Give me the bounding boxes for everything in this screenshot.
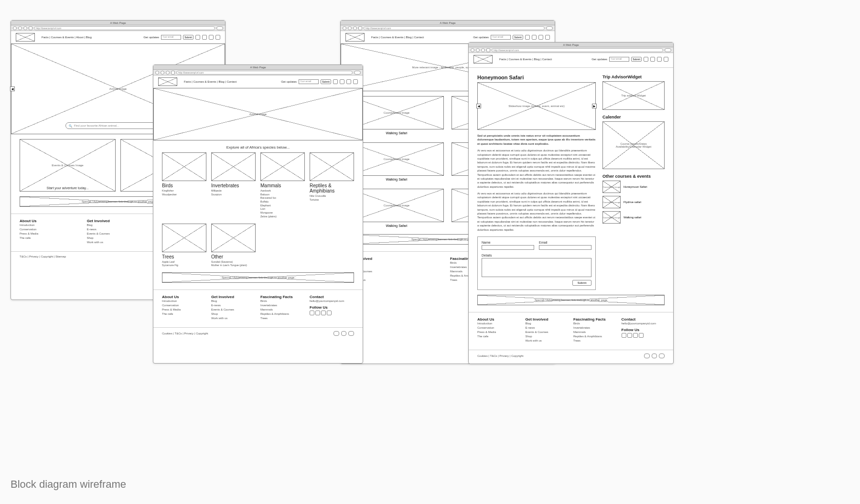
legal-links[interactable]: Cookies | T&Cs | Privacy | Copyright	[477, 354, 524, 357]
nav-back-icon[interactable]	[471, 48, 474, 52]
social-icon[interactable]	[215, 35, 220, 40]
footer-link[interactable]: Conservation	[20, 227, 82, 232]
url-field[interactable]: http://basecamp/url.com	[364, 26, 545, 30]
footer-link[interactable]: Events & Courses	[87, 232, 150, 236]
logo-placeholder[interactable]	[473, 55, 493, 64]
slideshow[interactable]: ◄ ► Slideshow image (course, event, anim…	[477, 82, 596, 130]
nav-fwd-icon[interactable]	[348, 26, 352, 30]
social-icon[interactable]	[525, 35, 530, 40]
footer-link[interactable]: Introduction	[477, 322, 521, 326]
logo-placeholder[interactable]	[345, 33, 365, 42]
reload-icon[interactable]	[29, 26, 32, 30]
footer-link[interactable]: Trees	[573, 339, 617, 343]
nav-fwd-icon[interactable]	[476, 48, 480, 52]
social-icon[interactable]	[538, 35, 543, 40]
logo-placeholder[interactable]	[16, 33, 35, 42]
social-icon[interactable]	[327, 311, 332, 315]
footer-link[interactable]: hello@yourcompanyid.com	[622, 322, 665, 326]
footer-link[interactable]: Mammals	[573, 330, 617, 334]
footer-link[interactable]: E-news	[211, 303, 256, 308]
footer-link[interactable]: The cafe	[477, 334, 521, 339]
social-icon[interactable]	[657, 57, 662, 62]
email-input[interactable]: Your email	[491, 35, 511, 40]
social-icon[interactable]	[315, 311, 320, 315]
social-icon[interactable]	[340, 79, 344, 84]
main-nav[interactable]: Facts | Courses & Events | Blog | Contac…	[184, 80, 236, 83]
submit-button[interactable]: Submit	[513, 35, 523, 40]
footer-link[interactable]: Shop	[526, 334, 569, 339]
legal-links[interactable]: Cookies | T&Cs | Privacy | Copyright	[162, 332, 208, 335]
social-icon[interactable]	[202, 35, 207, 40]
footer-link[interactable]: Conservation	[162, 303, 206, 308]
social-icon[interactable]	[545, 35, 550, 40]
social-icon[interactable]	[209, 35, 214, 40]
social-icon[interactable]	[633, 333, 638, 338]
footer-pill[interactable]	[644, 354, 650, 358]
footer-pill[interactable]	[659, 354, 665, 358]
footer-link[interactable]: Events & Courses	[349, 269, 445, 274]
social-icon[interactable]	[310, 311, 314, 315]
footer-link[interactable]: Shop	[349, 274, 445, 278]
prev-arrow-icon[interactable]: ◄	[476, 104, 481, 108]
footer-link[interactable]: Invertebrates	[260, 303, 305, 308]
course-card[interactable]: Course/Event image Walking Safari	[349, 142, 444, 183]
legal-links[interactable]: T&Cs | Privacy | Copyright | Sitemap	[20, 255, 66, 258]
footer-link[interactable]: Events & Courses	[211, 308, 256, 312]
footer-link[interactable]: Shop	[87, 236, 150, 240]
footer-link[interactable]: Conservation	[477, 326, 521, 330]
reload-icon[interactable]	[358, 26, 362, 30]
course-card[interactable]: Course/Event image Walking Safari	[349, 189, 444, 229]
footer-link[interactable]: Trees	[260, 316, 305, 321]
search-pill-icon[interactable]	[665, 48, 671, 52]
footer-link[interactable]: The cafe	[20, 236, 82, 240]
footer-link[interactable]: hello@yourcompanyid.com	[310, 299, 354, 303]
footer-pill[interactable]	[652, 354, 657, 358]
social-icon[interactable]	[639, 333, 644, 338]
footer-link[interactable]: Work with us	[87, 240, 150, 245]
related-item[interactable]: Course/Event image Honeymoon Safari	[602, 181, 665, 193]
textarea-details[interactable]	[482, 258, 591, 277]
footer-link[interactable]: Work with us	[526, 339, 569, 343]
prev-arrow-icon[interactable]: ◄	[10, 86, 15, 91]
footer-link[interactable]: Mammals	[260, 308, 305, 312]
footer-link[interactable]: Press & Media	[162, 308, 206, 312]
related-item[interactable]: Course/Event image Walking safari	[602, 211, 665, 224]
social-icon[interactable]	[353, 79, 358, 84]
reload-icon[interactable]	[171, 71, 175, 75]
nav-fwd-icon[interactable]	[18, 26, 22, 30]
footer-link[interactable]: The cafe	[162, 312, 206, 316]
related-item[interactable]: Course/Event image Flydrive safari	[602, 196, 665, 208]
nav-fwd-icon[interactable]	[161, 71, 164, 75]
footer-pill[interactable]	[348, 331, 354, 336]
footer-link[interactable]: Invertebrates	[573, 326, 617, 330]
nav-back-icon[interactable]	[155, 71, 159, 75]
footer-link[interactable]: E-news	[87, 227, 150, 232]
species-card-trees[interactable]: Trees Apple LeafSycamore Fig	[162, 224, 206, 268]
footer-pill[interactable]	[333, 331, 339, 336]
url-field[interactable]: http://basecamp/url.com	[176, 71, 353, 75]
footer-link[interactable]: Work with us	[211, 316, 256, 321]
social-icon[interactable]	[333, 79, 338, 84]
species-card-other[interactable]: Other Sundial (Savanna)Mother in Law's T…	[211, 224, 256, 268]
input-name[interactable]	[482, 245, 534, 250]
submit-button[interactable]: Submit	[631, 57, 642, 62]
main-nav[interactable]: Facts | Courses & Events | Blog | Contac…	[499, 58, 552, 61]
footer-link[interactable]: Blog	[526, 322, 569, 326]
footer-link[interactable]: Events & Courses	[526, 330, 569, 334]
ad-banner[interactable]: Special / Advertising banner, link throu…	[162, 272, 354, 283]
reload-icon[interactable]	[486, 48, 490, 52]
footer-link[interactable]: Introduction	[162, 299, 206, 303]
trip-advisor-widget[interactable]: Trip advisor Widget	[602, 81, 665, 110]
footer-link[interactable]: Reptiles & Amphibians	[260, 312, 305, 316]
input-email[interactable]	[539, 245, 591, 250]
social-icon[interactable]	[664, 57, 668, 62]
footer-pill[interactable]	[341, 331, 347, 336]
submit-button[interactable]: Submit	[321, 79, 331, 84]
social-icon[interactable]	[622, 333, 626, 338]
stop-icon[interactable]	[353, 26, 357, 30]
course-card[interactable]: Course/Event image Walking Safari	[349, 96, 444, 137]
footer-link[interactable]: E-news	[349, 265, 445, 269]
url-field[interactable]: http://basecamp/url.com	[34, 26, 215, 30]
search-pill-icon[interactable]	[546, 26, 553, 30]
main-nav[interactable]: Facts | Courses & Events | Blog | Contac…	[371, 36, 424, 39]
